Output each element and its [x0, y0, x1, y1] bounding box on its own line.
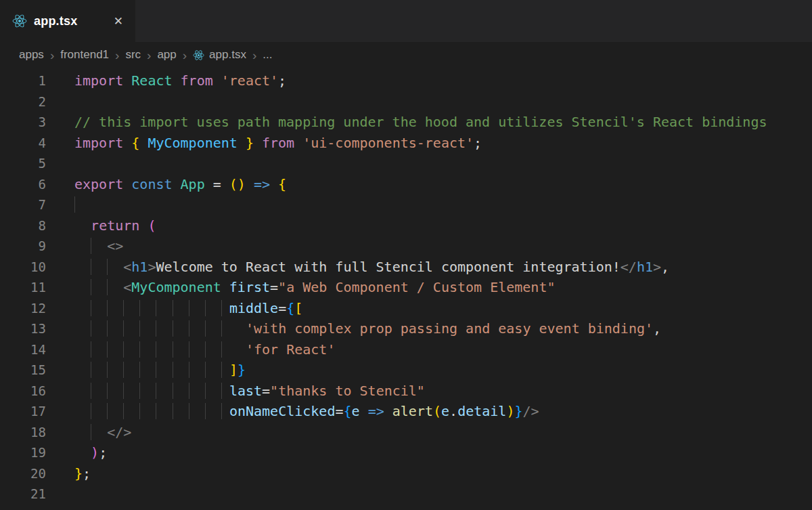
indent-guide: [107, 259, 115, 275]
indent-guide: [189, 383, 197, 399]
line-number: 5: [0, 153, 46, 174]
indent-guide: [221, 383, 229, 399]
indent-guide: [205, 320, 213, 337]
indent-guide: [205, 300, 213, 316]
indent-guide: [156, 362, 164, 378]
code-area[interactable]: 1import React from 'react';23// this imp…: [0, 70, 812, 505]
indent-guide: [221, 341, 229, 358]
indent-guide: [107, 403, 115, 419]
line-number: 4: [0, 133, 46, 154]
code-text: return (: [74, 215, 156, 236]
code-line: 18 </>: [0, 422, 812, 443]
code-text: <>: [74, 236, 123, 257]
line-number: 11: [0, 277, 46, 298]
indent-guide: [205, 341, 213, 358]
breadcrumb-file-label: app.tsx: [209, 48, 246, 62]
indent-guide: [173, 362, 181, 378]
indent-guide: [123, 341, 131, 358]
indent-guide: [91, 403, 99, 419]
indent-guide: [91, 424, 99, 440]
code-line: 5: [0, 153, 812, 174]
indent-guide: [107, 383, 115, 399]
line-number: 16: [0, 381, 46, 402]
indent-guide: [123, 362, 131, 378]
indent-guide: [221, 362, 229, 378]
code-line: 6export const App = () => {: [0, 174, 812, 195]
indent-guide: [139, 383, 148, 399]
react-icon: [193, 49, 204, 61]
indent-guide: [107, 362, 115, 378]
indent-guide: [139, 320, 148, 337]
code-line: 11 <MyComponent first="a Web Component /…: [0, 277, 812, 298]
indent-guide: [221, 320, 229, 337]
indent-guide: [91, 341, 99, 358]
indent-guide: [205, 383, 213, 399]
indent-guide: [139, 300, 148, 316]
line-number: 2: [0, 91, 46, 112]
indent-guide: [91, 320, 99, 337]
indent-guide: [91, 300, 99, 316]
indent-guide: [91, 362, 99, 378]
code-text: <h1>Welcome to React with full Stencil c…: [74, 257, 669, 278]
line-number: 21: [0, 484, 46, 505]
line-number: 3: [0, 112, 46, 133]
code-text: export const App = () => {: [74, 174, 286, 195]
code-line: 20};: [0, 463, 812, 484]
indent-guide: [139, 403, 148, 419]
code-line: 16 last="thanks to Stencil": [0, 381, 812, 402]
line-number: 14: [0, 339, 46, 360]
indent-guide: [189, 300, 197, 316]
code-text: onNameClicked={e => alert(e.detail)}/>: [74, 401, 539, 422]
code-line: 7: [0, 194, 812, 215]
indent-guide: [221, 300, 229, 316]
line-number: 13: [0, 318, 46, 339]
indent-guide: [189, 362, 197, 378]
code-line: 10 <h1>Welcome to React with full Stenci…: [0, 257, 812, 278]
line-number: 18: [0, 422, 46, 443]
indent-guide: [123, 300, 131, 316]
breadcrumb-ellipsis[interactable]: ...: [263, 48, 272, 62]
breadcrumb-item-file[interactable]: app.tsx: [193, 48, 246, 62]
line-number: 19: [0, 442, 46, 463]
indent-guide: [139, 362, 148, 378]
indent-guide: [205, 362, 213, 378]
indent-guide: [189, 341, 197, 358]
indent-guide: [156, 383, 164, 399]
code-editor[interactable]: 1import React from 'react';23// this imp…: [0, 68, 812, 510]
indent-guide: [156, 341, 164, 358]
line-number: 20: [0, 463, 46, 484]
indent-guide: [189, 320, 197, 337]
indent-guide: [173, 300, 181, 316]
code-line: 21: [0, 484, 812, 505]
line-number: 17: [0, 401, 46, 422]
line-number: 6: [0, 174, 46, 195]
chevron-right-icon: ›: [50, 49, 54, 62]
tab-app-tsx[interactable]: app.tsx ✕: [0, 0, 135, 42]
code-text: </>: [74, 422, 131, 443]
chevron-right-icon: ›: [147, 49, 151, 62]
indent-guide: [156, 320, 164, 337]
breadcrumb-item-apps[interactable]: apps: [19, 48, 44, 62]
indent-guide: [123, 383, 131, 399]
code-line: 14 'for React': [0, 339, 812, 360]
code-text: };: [74, 463, 91, 484]
indent-guide: [173, 341, 181, 358]
indent-guide: [107, 300, 115, 316]
breadcrumb-item-src[interactable]: src: [125, 48, 141, 62]
indent-guide: [205, 403, 213, 419]
code-line: 4import { MyComponent } from 'ui-compone…: [0, 133, 812, 154]
line-number: 1: [0, 70, 46, 91]
code-text: ]}: [74, 360, 246, 381]
breadcrumb-item-app[interactable]: app: [157, 48, 176, 62]
code-line: 9 <>: [0, 236, 812, 257]
chevron-right-icon: ›: [183, 49, 187, 62]
chevron-right-icon: ›: [115, 49, 119, 62]
indent-guide: [123, 403, 131, 419]
line-number: 9: [0, 236, 46, 257]
code-text: // this import uses path mapping under t…: [74, 112, 767, 133]
line-number: 7: [0, 194, 46, 215]
breadcrumb-item-frontend1[interactable]: frontend1: [60, 48, 109, 62]
tab-close-button[interactable]: ✕: [114, 16, 123, 27]
code-text: <MyComponent first="a Web Component / Cu…: [74, 277, 556, 298]
line-number: 12: [0, 298, 46, 319]
